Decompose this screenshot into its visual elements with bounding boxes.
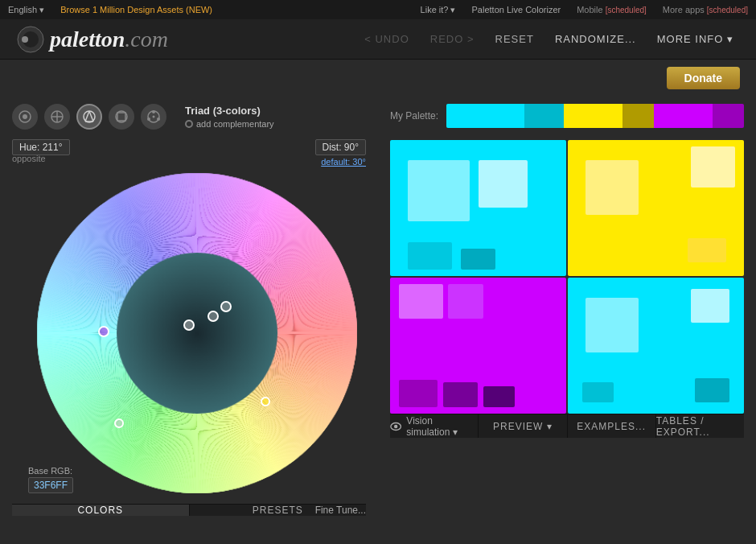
preview-tab[interactable]: PREVIEW ▾ — [479, 414, 567, 438]
vision-label: Vision simulation ▾ — [406, 415, 478, 438]
wheel-handle-purple[interactable] — [98, 326, 109, 337]
left-bottom-tabs: COLORS PRESETS — [12, 504, 366, 516]
wheel-handle-2[interactable] — [207, 311, 219, 322]
vision-simulation-btn[interactable]: Vision simulation ▾ — [390, 414, 479, 438]
browse-link[interactable]: Browse 1 Million Design Assets (NEW) — [60, 5, 212, 14]
mode-triad[interactable] — [76, 104, 102, 130]
base-rgb-value: 33F6FF — [28, 477, 73, 493]
q1-inner-light — [408, 160, 470, 221]
q3-inner-5 — [483, 386, 515, 406]
my-palette-label: My Palette: — [390, 110, 438, 122]
controls-row: Hue: 211° opposite Dist: 90° default: 30… — [12, 139, 366, 168]
color-wheel-container — [36, 172, 342, 478]
grid-q2[interactable] — [568, 140, 744, 276]
wheel-handle-3[interactable] — [220, 301, 232, 312]
q3-inner-3 — [399, 380, 438, 407]
mode-icons-row: Triad (3-colors) add complementary — [12, 104, 366, 130]
language-selector[interactable]: English ▾ — [8, 5, 44, 15]
grid-q3[interactable] — [390, 278, 566, 414]
grid-q4[interactable] — [568, 278, 744, 414]
mode-tetrad[interactable] — [109, 104, 134, 130]
svg-rect-13 — [117, 113, 125, 121]
main-content: Triad (3-colors) add complementary Hue: … — [0, 96, 756, 520]
dist-display: Dist: 90° — [315, 139, 366, 155]
mode-label: Triad (3-colors) — [185, 105, 274, 117]
base-rgb-label: Base RGB: — [28, 466, 72, 476]
q1-inner-dark — [408, 242, 452, 270]
base-rgb-group: Base RGB: 33F6FF — [28, 466, 73, 493]
my-palette-row: My Palette: — [390, 104, 744, 128]
logo-text: paletton.com — [50, 27, 168, 52]
svg-point-18 — [153, 116, 155, 118]
left-panel: Triad (3-colors) add complementary Hue: … — [0, 96, 378, 520]
wheel-handle-cyan[interactable] — [114, 418, 124, 428]
palette-color-5[interactable] — [654, 104, 713, 128]
palette-color-4[interactable] — [622, 104, 654, 128]
eye-icon — [390, 422, 401, 431]
q3-inner-1 — [399, 284, 443, 318]
like-button[interactable]: Like it? ▾ — [421, 5, 456, 15]
header: paletton.com < UNDO REDO > RESET RANDOMI… — [0, 19, 756, 60]
tables-tab[interactable]: TABLES / EXPORT... — [656, 414, 744, 438]
q2-inner-light — [585, 160, 639, 215]
top-bar: English ▾ Browse 1 Million Design Assets… — [0, 0, 756, 19]
logo-icon — [16, 25, 45, 54]
q1-inner-darker — [461, 249, 496, 269]
hue-group: Hue: 211° opposite — [12, 139, 70, 168]
palette-color-2[interactable] — [524, 104, 564, 128]
hue-display: Hue: 211° — [12, 139, 70, 155]
default-link[interactable]: default: 30° — [321, 157, 366, 167]
svg-point-17 — [147, 117, 150, 121]
palette-strip — [446, 104, 744, 128]
add-complementary-label[interactable]: add complementary — [196, 119, 274, 129]
svg-point-15 — [152, 110, 155, 113]
q2-inner-corner — [691, 146, 735, 188]
svg-point-4 — [23, 114, 27, 119]
mobile-link[interactable]: Mobile [scheduled] — [577, 5, 647, 14]
q1-inner-lighter — [479, 160, 528, 208]
mode-label-group: Triad (3-colors) add complementary — [185, 105, 274, 129]
add-complementary-row: add complementary — [185, 119, 274, 129]
colors-tab[interactable]: COLORS — [12, 505, 190, 516]
wheel-handle-1[interactable] — [183, 319, 195, 331]
wheel-handle-yellow[interactable] — [261, 397, 270, 406]
palette-color-3[interactable] — [564, 104, 622, 128]
randomize-button[interactable]: RANDOMIZE... — [549, 30, 643, 48]
live-colorizer-link[interactable]: Paletton Live Colorizer — [472, 5, 561, 14]
right-panel: My Palette: — [378, 96, 756, 520]
color-grid — [390, 140, 744, 414]
logo: paletton.com — [16, 25, 358, 54]
more-apps-link[interactable]: More apps [scheduled] — [663, 5, 748, 14]
examples-tab[interactable]: EXAMPLES... — [568, 414, 656, 438]
fine-tune-button[interactable]: Fine Tune... — [315, 505, 366, 516]
dist-group: Dist: 90° default: 30° — [315, 139, 366, 168]
svg-point-16 — [157, 117, 160, 121]
right-bottom-tabs: Vision simulation ▾ PREVIEW ▾ EXAMPLES..… — [390, 414, 744, 438]
radio-dot[interactable] — [185, 120, 193, 128]
q3-inner-2 — [448, 284, 483, 318]
reset-button[interactable]: RESET — [489, 30, 540, 48]
mode-mono[interactable] — [12, 104, 38, 130]
q4-inner-light — [585, 298, 639, 352]
q4-inner-dark — [695, 378, 730, 402]
svg-point-20 — [394, 424, 397, 427]
q3-inner-4 — [443, 382, 479, 406]
palette-color-6[interactable] — [713, 104, 744, 128]
mode-adjacent[interactable] — [44, 104, 70, 130]
undo-button[interactable]: < UNDO — [358, 30, 415, 48]
donate-section: Donate — [0, 60, 756, 96]
palette-color-1[interactable] — [446, 104, 524, 128]
q4-inner-darker — [582, 382, 614, 402]
q2-inner-lighter — [688, 238, 726, 262]
redo-button[interactable]: REDO > — [424, 30, 481, 48]
nav-buttons: < UNDO REDO > RESET RANDOMIZE... MORE IN… — [358, 30, 740, 48]
more-info-button[interactable]: MORE INFO ▾ — [651, 30, 740, 48]
svg-point-2 — [22, 36, 28, 43]
q4-inner-lighter — [691, 289, 729, 323]
grid-q1[interactable] — [390, 140, 566, 276]
mode-free[interactable] — [141, 104, 166, 130]
donate-button[interactable]: Donate — [667, 67, 740, 89]
color-wheel[interactable] — [36, 172, 358, 494]
